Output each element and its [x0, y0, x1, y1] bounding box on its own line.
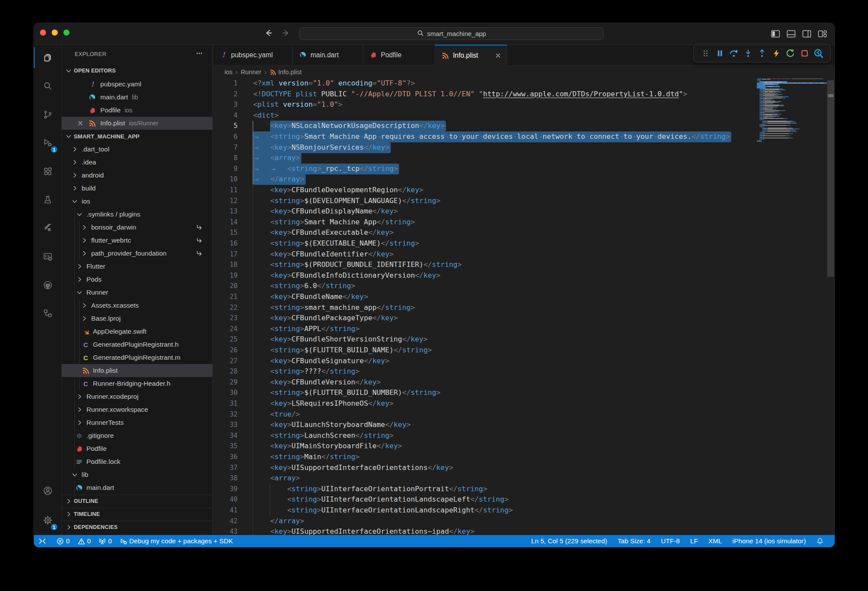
debug-step-into-button[interactable]	[742, 47, 755, 60]
status-language-mode[interactable]: XML	[703, 535, 727, 547]
ellipsis-icon[interactable]	[196, 50, 203, 59]
activity-bar: 11	[34, 45, 62, 535]
debug-step-over-button[interactable]	[727, 47, 740, 60]
debug-step-out-button[interactable]	[756, 47, 769, 60]
tree-item-Assets.xcassets[interactable]: Assets.xcassets	[62, 299, 212, 312]
activity-hierarchy[interactable]	[34, 299, 62, 328]
activity-extensions[interactable]	[34, 157, 62, 186]
tree-item-RunnerTests[interactable]: RunnerTests	[62, 416, 212, 429]
tree-item-main.dart[interactable]: main.dart	[62, 481, 212, 494]
customize-layout-icon[interactable]	[816, 27, 829, 40]
close-icon[interactable]	[77, 120, 84, 127]
tree-item-Podfile[interactable]: Podfile	[62, 442, 212, 455]
open-editor-Info.plist[interactable]: Info.plistios/Runner	[62, 117, 212, 130]
activity-explorer[interactable]	[34, 43, 62, 72]
status-debug-session[interactable]: Debug my code + packages + SDK	[116, 535, 237, 547]
debug-restart-button[interactable]	[784, 47, 797, 60]
zoom-button[interactable]	[63, 30, 69, 36]
open-editors-header[interactable]: OPEN EDITORS	[62, 64, 212, 77]
tree-item-Runner.xcodeproj[interactable]: Runner.xcodeproj	[62, 390, 212, 403]
file-name: Info.plist	[93, 367, 118, 374]
chevron-down-icon	[71, 471, 78, 478]
tree-item-Pods[interactable]: Pods	[62, 273, 212, 286]
yaml-file-icon: !	[89, 81, 96, 88]
status-warnings[interactable]: 0	[74, 535, 95, 547]
toggle-primary-sidebar-icon[interactable]	[769, 27, 782, 40]
tree-item-flutter_webrtc[interactable]: flutter_webrtc	[62, 234, 212, 247]
activity-testing[interactable]	[34, 185, 62, 214]
tree-item-Base.lproj[interactable]: Base.lproj	[62, 312, 212, 325]
section-timeline[interactable]: TIMELINE	[62, 508, 212, 521]
toggle-panel-icon[interactable]	[785, 27, 798, 40]
tree-item-Runner.xcworkspace[interactable]: Runner.xcworkspace	[62, 403, 212, 416]
forward-icon[interactable]	[280, 28, 292, 40]
tree-item-build[interactable]: build	[62, 182, 212, 195]
activity-settings[interactable]: 1	[34, 506, 62, 535]
debug-stop-button[interactable]	[798, 47, 811, 60]
folder-name: flutter_webrtc	[91, 236, 131, 244]
open-editor-Podfile[interactable]: Podfileios	[62, 104, 212, 117]
close-icon[interactable]	[494, 51, 502, 60]
tree-item-Runner[interactable]: Runner	[62, 286, 212, 299]
activity-run-debug[interactable]: 1	[34, 128, 62, 157]
tree-item-android[interactable]: android	[62, 169, 212, 182]
tree-item-Flutter[interactable]: Flutter	[62, 260, 212, 273]
open-editor-main.dart[interactable]: main.dartlib	[62, 91, 212, 104]
tree-item-.dart_tool[interactable]: .dart_tool	[62, 143, 212, 156]
status-remote[interactable]	[34, 535, 53, 547]
tree-item-GeneratedPluginRegistrant.m[interactable]: CGeneratedPluginRegistrant.m	[62, 351, 212, 364]
command-center-search[interactable]: smart_machine_app	[299, 27, 604, 40]
activity-source-control[interactable]	[34, 100, 62, 129]
tree-item-ios[interactable]: ios	[62, 195, 212, 208]
tab-Podfile[interactable]: Podfile	[363, 45, 435, 65]
tree-item-Runner-Bridging-Header.h[interactable]: CRunner-Bridging-Header.h	[62, 377, 212, 390]
close-button[interactable]	[40, 30, 46, 36]
status-errors[interactable]: 0	[53, 535, 74, 547]
error-icon	[56, 538, 64, 545]
section-dependencies[interactable]: DEPENDENCIES	[62, 521, 212, 534]
project-root-header[interactable]: SMART_MACHINE_APP	[62, 130, 212, 143]
tree-item-.symlinksplugins[interactable]: .symlinks / plugins	[62, 208, 212, 221]
scrollbar[interactable]	[827, 80, 834, 277]
tree-item-.idea[interactable]: .idea	[62, 156, 212, 169]
section-outline[interactable]: OUTLINE	[62, 495, 212, 508]
tab-main.dart[interactable]: main.dart	[293, 45, 363, 65]
tab-pubspec.yaml[interactable]: !pubspec.yaml	[213, 45, 293, 65]
status-cursor-position[interactable]: Ln 5, Col 5 (229 selected)	[526, 535, 612, 547]
status-encoding[interactable]: UTF-8	[656, 535, 685, 547]
status-eol[interactable]: LF	[685, 535, 703, 547]
minimap[interactable]	[757, 79, 827, 535]
tree-item-GeneratedPluginRegistrant.h[interactable]: CGeneratedPluginRegistrant.h	[62, 338, 212, 351]
folder-name: lib	[82, 471, 88, 479]
debug-devtools-button[interactable]	[812, 47, 825, 60]
code-editor[interactable]: 1234567891011121314151617181920212223242…	[213, 79, 835, 535]
tree-item-Podfile.lock[interactable]: Podfile.lock	[62, 455, 212, 468]
activity-github[interactable]	[34, 271, 62, 299]
tree-item-AppDelegate.swift[interactable]: AppDelegate.swift	[62, 325, 212, 338]
tree-item-Info.plist[interactable]: Info.plist	[62, 364, 212, 377]
activity-search[interactable]	[34, 72, 62, 100]
back-icon[interactable]	[264, 28, 276, 40]
breadcrumb-item[interactable]: Info.plist	[270, 69, 302, 76]
open-editor-pubspec.yaml[interactable]: !pubspec.yaml	[62, 78, 212, 91]
status-notifications[interactable]	[811, 535, 829, 547]
tree-item-bonsoir_darwin[interactable]: bonsoir_darwin	[62, 221, 212, 234]
status-tab-size[interactable]: Tab Size: 4	[612, 535, 656, 547]
chevron-right-icon	[71, 172, 78, 179]
bolt-icon	[771, 48, 782, 59]
status-ports[interactable]: 0	[95, 535, 116, 547]
debug-pause-button[interactable]	[713, 47, 726, 60]
breadcrumb-item[interactable]: ios	[224, 69, 233, 76]
breadcrumb-item[interactable]: Runner	[241, 69, 261, 76]
tree-item-.gitignore[interactable]: .gitignore	[62, 429, 212, 442]
activity-flutter[interactable]	[34, 214, 62, 243]
status-device[interactable]: iPhone 14 (ios simulator)	[727, 535, 811, 547]
toggle-secondary-sidebar-icon[interactable]	[800, 27, 813, 40]
tree-item-path_provider_foundation[interactable]: path_provider_foundation	[62, 247, 212, 260]
activity-accounts[interactable]	[34, 476, 62, 505]
minimize-button[interactable]	[52, 30, 58, 36]
activity-devtools[interactable]	[34, 242, 62, 271]
debug-hot-reload-button[interactable]	[770, 47, 783, 60]
tree-item-lib[interactable]: lib	[62, 468, 212, 481]
tab-Info.plist[interactable]: Info.plist	[435, 45, 507, 66]
